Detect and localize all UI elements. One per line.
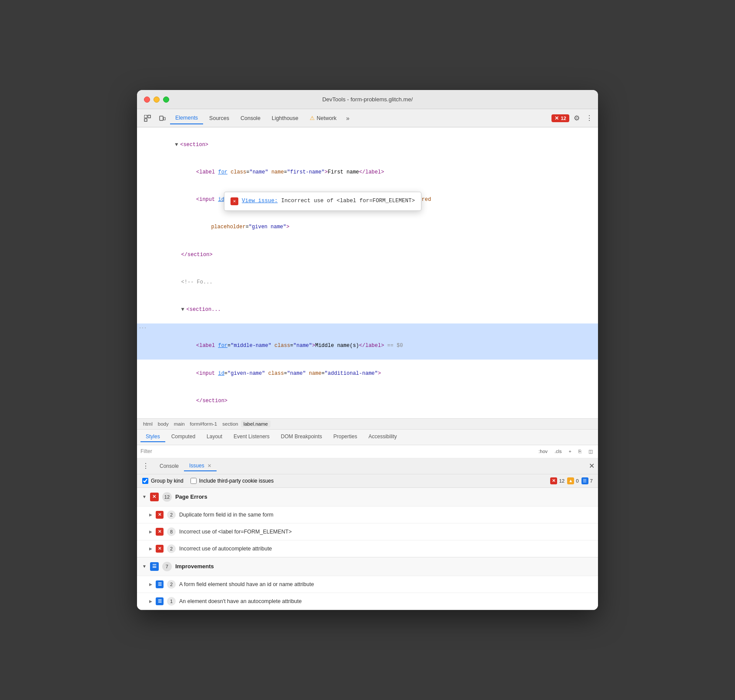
tooltip-error-icon: ✕: [231, 197, 238, 205]
tab-elements[interactable]: Elements: [170, 112, 203, 124]
issue-text: An element doesn't have an autocomplete …: [179, 598, 302, 604]
add-style-button[interactable]: +: [567, 448, 573, 455]
breadcrumb-form[interactable]: form#form-1: [187, 420, 220, 427]
include-third-party-checkbox[interactable]: [190, 478, 197, 484]
close-issues-panel-button[interactable]: ✕: [589, 462, 595, 470]
page-errors-group-header[interactable]: ▼ ✕ 12 Page Errors: [137, 488, 598, 506]
svg-rect-4: [164, 117, 165, 120]
dom-line[interactable]: <input id="given-name" class="name" name…: [137, 360, 598, 387]
issues-more-button[interactable]: ⋮: [140, 462, 151, 470]
issue-item-toggle[interactable]: ▶: [149, 547, 152, 551]
issue-count: 2: [167, 544, 176, 553]
tab-computed[interactable]: Computed: [166, 432, 200, 442]
orange-count-badge: ▲ 0: [567, 477, 578, 484]
issue-item-toggle[interactable]: ▶: [149, 582, 152, 587]
issue-item-toggle[interactable]: ▶: [149, 530, 152, 534]
issue-tooltip: ✕ View issue: Incorrect use of <label fo…: [224, 192, 421, 210]
minimize-button[interactable]: [154, 97, 160, 103]
dom-line-selected[interactable]: ··· <label for="middle-name" class="name…: [137, 323, 598, 360]
dom-line[interactable]: </section>: [137, 241, 598, 268]
cls-button[interactable]: .cls: [553, 448, 564, 455]
issues-close-tab[interactable]: ✕: [207, 463, 211, 468]
styles-tab-bar: Styles Computed Layout Event Listeners D…: [137, 430, 598, 445]
blue-count-badge: ☰ 7: [581, 477, 593, 484]
devtools-right-controls: ✕ 12 ⚙ ⋮: [551, 112, 595, 124]
improvements-toggle[interactable]: ▼: [142, 564, 147, 569]
breadcrumb-html[interactable]: html: [140, 420, 155, 427]
devtools-window: DevTools - form-problems.glitch.me/ Elem…: [137, 90, 598, 610]
breadcrumb-main[interactable]: main: [171, 420, 187, 427]
more-tabs-button[interactable]: »: [343, 113, 353, 123]
hov-button[interactable]: :hov: [537, 448, 549, 455]
tab-dom-breakpoints[interactable]: DOM Breakpoints: [276, 432, 327, 442]
tab-lighthouse[interactable]: Lighthouse: [267, 113, 304, 124]
page-errors-title: Page Errors: [175, 493, 207, 500]
tab-accessibility[interactable]: Accessibility: [363, 432, 402, 442]
issue-item[interactable]: ▶ ☰ 2 A form field element should have a…: [137, 576, 598, 593]
group-by-kind-checkbox-label[interactable]: Group by kind: [142, 478, 184, 484]
dom-line[interactable]: ▼<section>: [137, 131, 598, 158]
dom-line[interactable]: <label for class="name" name="first-name…: [137, 159, 598, 186]
issue-text: A form field element should have an id o…: [179, 581, 314, 587]
orange-badge-icon: ▲: [567, 477, 574, 484]
dom-panel: ▼<section> <label for class="name" name=…: [137, 127, 598, 418]
dom-line[interactable]: </section>: [137, 387, 598, 414]
tab-properties[interactable]: Properties: [328, 432, 363, 442]
close-button[interactable]: [144, 97, 150, 103]
improvements-group-header[interactable]: ▼ ☰ 7 Improvements: [137, 557, 598, 576]
issue-item[interactable]: ▶ ✕ 8 Incorrect use of <label for=FORM_E…: [137, 523, 598, 540]
dom-line[interactable]: placeholder="given name">: [137, 213, 598, 241]
maximize-button[interactable]: [163, 97, 169, 103]
include-third-party-checkbox-label[interactable]: Include third-party cookie issues: [190, 478, 274, 484]
more-options-button[interactable]: ⋮: [584, 112, 595, 124]
page-errors-toggle[interactable]: ▼: [142, 494, 147, 499]
tab-issues[interactable]: Issues ✕: [184, 461, 217, 471]
filter-input[interactable]: Filter: [140, 448, 537, 454]
expand-triangle[interactable]: ▼: [175, 140, 180, 149]
issues-content: ▼ ✕ 12 Page Errors ▶ ✕ 2 Duplicate form …: [137, 488, 598, 610]
issue-badge-red: ✕: [156, 511, 164, 519]
sidebar-button[interactable]: ◫: [587, 448, 595, 455]
tab-console[interactable]: Console: [235, 113, 266, 124]
issue-item-toggle[interactable]: ▶: [149, 599, 152, 603]
error-icon: ✕: [555, 115, 559, 121]
improvements-type-badge: ☰: [150, 562, 159, 571]
device-toggle-icon[interactable]: [155, 111, 169, 125]
tooltip-message: Incorrect use of <label for=FORM_ELEMENT…: [281, 197, 415, 206]
page-errors-count: 12: [162, 492, 172, 502]
settings-button[interactable]: ⚙: [572, 112, 581, 124]
svg-rect-1: [148, 115, 150, 118]
breadcrumb: html body main form#form-1 section label…: [137, 418, 598, 430]
improvements-group: ▼ ☰ 7 Improvements ▶ ☰ 2 A form field el…: [137, 557, 598, 610]
tab-event-listeners[interactable]: Event Listeners: [228, 432, 275, 442]
tab-styles[interactable]: Styles: [140, 432, 165, 442]
error-count-badge[interactable]: ✕ 12: [551, 114, 569, 122]
breadcrumb-label[interactable]: label.name: [241, 420, 271, 427]
view-issue-link[interactable]: View issue:: [242, 197, 278, 206]
issue-badge-red: ✕: [156, 528, 164, 536]
dom-line[interactable]: <!-- Fo...: [137, 268, 598, 296]
issue-badge-red: ✕: [156, 545, 164, 553]
breadcrumb-body[interactable]: body: [155, 420, 171, 427]
expand-triangle[interactable]: ▼: [181, 305, 187, 314]
tab-sources[interactable]: Sources: [204, 113, 234, 124]
issue-count: 8: [167, 527, 176, 536]
network-warning-icon: ⚠: [310, 115, 315, 121]
issue-count: 2: [167, 510, 176, 519]
issue-item[interactable]: ▶ ✕ 2 Incorrect use of autocomplete attr…: [137, 540, 598, 557]
dom-line[interactable]: ▼<section...: [137, 296, 598, 323]
issue-item[interactable]: ▶ ☰ 1 An element doesn't have an autocom…: [137, 593, 598, 610]
issue-item-toggle[interactable]: ▶: [149, 513, 152, 517]
tab-layout[interactable]: Layout: [201, 432, 227, 442]
group-by-kind-checkbox[interactable]: [142, 478, 148, 484]
title-bar: DevTools - form-problems.glitch.me/: [137, 90, 598, 109]
copy-style-button[interactable]: ⎘: [577, 448, 583, 455]
tab-network[interactable]: ⚠ Network: [304, 112, 342, 124]
issue-count: 1: [167, 597, 176, 606]
select-element-icon[interactable]: [140, 111, 154, 125]
page-errors-type-badge: ✕: [150, 493, 159, 501]
devtools-tab-bar: Elements Sources Console Lighthouse ⚠ Ne…: [137, 109, 598, 127]
breadcrumb-section[interactable]: section: [220, 420, 241, 427]
issue-item[interactable]: ▶ ✕ 2 Duplicate form field id in the sam…: [137, 506, 598, 523]
tab-console-bottom[interactable]: Console: [154, 461, 184, 471]
